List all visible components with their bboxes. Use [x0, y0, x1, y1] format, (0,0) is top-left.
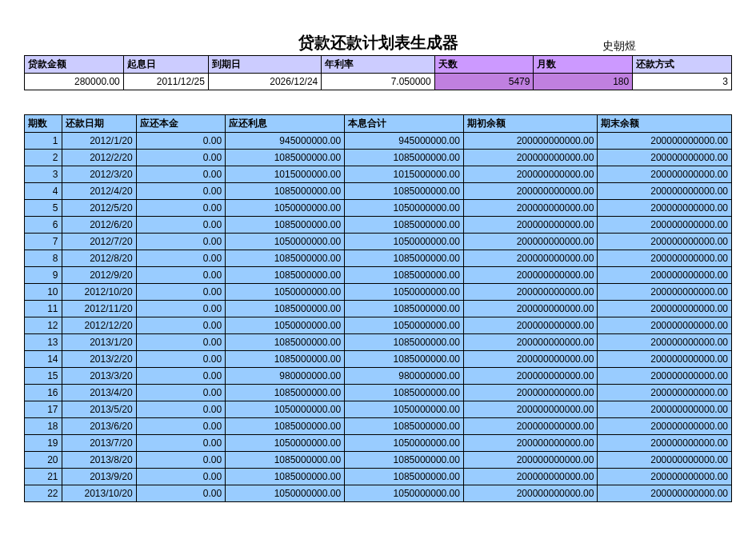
cell-date[interactable]: 2012/5/20 [62, 200, 136, 217]
cell-endbal[interactable]: 200000000000.00 [598, 452, 732, 469]
cell-date[interactable]: 2012/4/20 [62, 183, 136, 200]
cell-interest[interactable]: 1085000000.00 [226, 301, 345, 317]
cell-startbal[interactable]: 200000000000.00 [463, 452, 597, 469]
cell-endbal[interactable]: 200000000000.00 [598, 166, 732, 183]
cell-endbal[interactable]: 200000000000.00 [598, 150, 732, 166]
cell-date[interactable]: 2013/9/20 [62, 469, 136, 485]
cell-period[interactable]: 20 [25, 452, 62, 469]
cell-principal[interactable]: 0.00 [136, 133, 226, 150]
cell-interest[interactable]: 1085000000.00 [226, 150, 345, 166]
cell-period[interactable]: 18 [25, 418, 62, 435]
cell-startbal[interactable]: 200000000000.00 [463, 435, 597, 452]
cell-period[interactable]: 14 [25, 351, 62, 368]
cell-interest[interactable]: 1085000000.00 [226, 351, 345, 368]
cell-date[interactable]: 2013/4/20 [62, 385, 136, 401]
cell-principal[interactable]: 0.00 [136, 368, 226, 385]
cell-interest[interactable]: 1050000000.00 [226, 234, 345, 250]
cell-interest[interactable]: 980000000.00 [226, 368, 345, 385]
cell-principal[interactable]: 0.00 [136, 418, 226, 435]
cell-startbal[interactable]: 200000000000.00 [463, 234, 597, 250]
cell-interest[interactable]: 1085000000.00 [226, 469, 345, 485]
cell-period[interactable]: 4 [25, 183, 62, 200]
cell-total[interactable]: 1085000000.00 [345, 301, 464, 317]
cell-principal[interactable]: 0.00 [136, 267, 226, 284]
cell-startbal[interactable]: 200000000000.00 [463, 418, 597, 435]
cell-endbal[interactable]: 200000000000.00 [598, 133, 732, 150]
cell-date[interactable]: 2012/6/20 [62, 217, 136, 234]
cell-startbal[interactable]: 200000000000.00 [463, 217, 597, 234]
cell-date[interactable]: 2013/8/20 [62, 452, 136, 469]
val-start[interactable]: 2011/12/25 [123, 74, 208, 90]
cell-endbal[interactable]: 200000000000.00 [598, 351, 732, 368]
cell-startbal[interactable]: 200000000000.00 [463, 401, 597, 418]
cell-interest[interactable]: 945000000.00 [226, 133, 345, 150]
cell-total[interactable]: 1050000000.00 [345, 401, 464, 418]
cell-period[interactable]: 12 [25, 317, 62, 334]
cell-interest[interactable]: 1085000000.00 [226, 334, 345, 351]
val-rate[interactable]: 7.050000 [322, 74, 434, 90]
val-days[interactable]: 5479 [434, 74, 534, 90]
cell-date[interactable]: 2013/2/20 [62, 351, 136, 368]
cell-startbal[interactable]: 200000000000.00 [463, 166, 597, 183]
cell-period[interactable]: 16 [25, 385, 62, 401]
cell-principal[interactable]: 0.00 [136, 217, 226, 234]
cell-period[interactable]: 2 [25, 150, 62, 166]
cell-period[interactable]: 8 [25, 250, 62, 267]
val-method[interactable]: 3 [633, 74, 732, 90]
cell-total[interactable]: 1085000000.00 [345, 452, 464, 469]
cell-principal[interactable]: 0.00 [136, 166, 226, 183]
cell-total[interactable]: 1050000000.00 [345, 234, 464, 250]
cell-date[interactable]: 2012/1/20 [62, 133, 136, 150]
cell-principal[interactable]: 0.00 [136, 334, 226, 351]
cell-interest[interactable]: 1085000000.00 [226, 418, 345, 435]
cell-period[interactable]: 13 [25, 334, 62, 351]
cell-startbal[interactable]: 200000000000.00 [463, 317, 597, 334]
cell-period[interactable]: 19 [25, 435, 62, 452]
cell-endbal[interactable]: 200000000000.00 [598, 301, 732, 317]
cell-total[interactable]: 945000000.00 [345, 133, 464, 150]
cell-interest[interactable]: 1050000000.00 [226, 435, 345, 452]
cell-period[interactable]: 15 [25, 368, 62, 385]
cell-principal[interactable]: 0.00 [136, 250, 226, 267]
cell-endbal[interactable]: 200000000000.00 [598, 267, 732, 284]
cell-date[interactable]: 2012/11/20 [62, 301, 136, 317]
cell-interest[interactable]: 1050000000.00 [226, 317, 345, 334]
cell-startbal[interactable]: 200000000000.00 [463, 334, 597, 351]
cell-interest[interactable]: 1085000000.00 [226, 250, 345, 267]
val-months[interactable]: 180 [534, 74, 633, 90]
cell-total[interactable]: 1085000000.00 [345, 250, 464, 267]
cell-period[interactable]: 21 [25, 469, 62, 485]
cell-period[interactable]: 3 [25, 166, 62, 183]
cell-principal[interactable]: 0.00 [136, 200, 226, 217]
cell-principal[interactable]: 0.00 [136, 183, 226, 200]
cell-date[interactable]: 2013/5/20 [62, 401, 136, 418]
cell-total[interactable]: 1085000000.00 [345, 267, 464, 284]
cell-period[interactable]: 1 [25, 133, 62, 150]
cell-interest[interactable]: 1085000000.00 [226, 385, 345, 401]
cell-principal[interactable]: 0.00 [136, 351, 226, 368]
cell-startbal[interactable]: 200000000000.00 [463, 150, 597, 166]
cell-date[interactable]: 2012/9/20 [62, 267, 136, 284]
cell-total[interactable]: 1085000000.00 [345, 150, 464, 166]
cell-interest[interactable]: 1015000000.00 [226, 166, 345, 183]
cell-principal[interactable]: 0.00 [136, 452, 226, 469]
cell-interest[interactable]: 1050000000.00 [226, 485, 345, 502]
cell-startbal[interactable]: 200000000000.00 [463, 301, 597, 317]
cell-period[interactable]: 7 [25, 234, 62, 250]
cell-total[interactable]: 1085000000.00 [345, 385, 464, 401]
cell-total[interactable]: 1050000000.00 [345, 485, 464, 502]
cell-total[interactable]: 1050000000.00 [345, 317, 464, 334]
cell-startbal[interactable]: 200000000000.00 [463, 385, 597, 401]
cell-endbal[interactable]: 200000000000.00 [598, 334, 732, 351]
cell-endbal[interactable]: 200000000000.00 [598, 234, 732, 250]
cell-endbal[interactable]: 200000000000.00 [598, 284, 732, 301]
cell-total[interactable]: 1050000000.00 [345, 200, 464, 217]
cell-interest[interactable]: 1085000000.00 [226, 267, 345, 284]
cell-interest[interactable]: 1085000000.00 [226, 217, 345, 234]
cell-date[interactable]: 2013/3/20 [62, 368, 136, 385]
cell-startbal[interactable]: 200000000000.00 [463, 469, 597, 485]
cell-date[interactable]: 2013/7/20 [62, 435, 136, 452]
cell-date[interactable]: 2012/10/20 [62, 284, 136, 301]
cell-principal[interactable]: 0.00 [136, 385, 226, 401]
cell-principal[interactable]: 0.00 [136, 284, 226, 301]
